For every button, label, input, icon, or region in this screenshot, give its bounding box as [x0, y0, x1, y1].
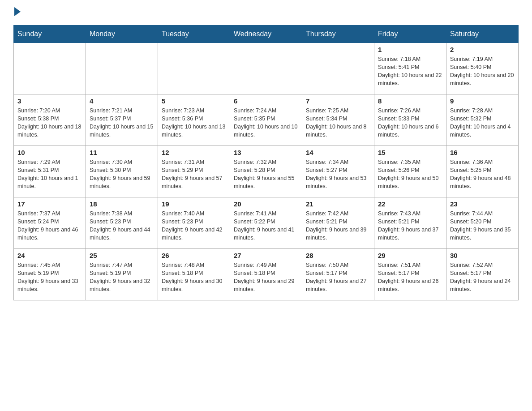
day-info: Sunrise: 7:37 AMSunset: 5:24 PMDaylight:…	[17, 210, 82, 242]
day-number: 3	[17, 97, 82, 105]
day-number: 13	[234, 149, 298, 156]
day-number: 15	[378, 149, 442, 156]
day-number: 27	[234, 252, 298, 259]
day-header-wednesday: Wednesday	[230, 26, 302, 43]
calendar-cell: 14Sunrise: 7:34 AMSunset: 5:27 PMDayligh…	[302, 146, 374, 197]
day-info: Sunrise: 7:34 AMSunset: 5:27 PMDaylight:…	[306, 158, 370, 191]
calendar-cell: 17Sunrise: 7:37 AMSunset: 5:24 PMDayligh…	[14, 197, 86, 249]
day-number: 1	[378, 46, 442, 53]
calendar-cell: 10Sunrise: 7:29 AMSunset: 5:31 PMDayligh…	[14, 146, 86, 197]
day-info: Sunrise: 7:51 AMSunset: 5:17 PMDaylight:…	[378, 261, 442, 294]
day-number: 25	[90, 252, 154, 259]
calendar-cell: 25Sunrise: 7:47 AMSunset: 5:19 PMDayligh…	[86, 249, 158, 300]
day-number: 12	[162, 149, 226, 156]
day-header-saturday: Saturday	[446, 26, 519, 43]
day-info: Sunrise: 7:31 AMSunset: 5:29 PMDaylight:…	[162, 158, 226, 191]
day-info: Sunrise: 7:35 AMSunset: 5:26 PMDaylight:…	[378, 158, 442, 191]
day-number: 26	[162, 252, 226, 259]
week-row-3: 10Sunrise: 7:29 AMSunset: 5:31 PMDayligh…	[14, 146, 519, 197]
calendar-cell: 28Sunrise: 7:50 AMSunset: 5:17 PMDayligh…	[302, 249, 374, 300]
day-number: 9	[450, 97, 515, 105]
calendar-header-row: SundayMondayTuesdayWednesdayThursdayFrid…	[14, 26, 519, 43]
calendar-cell: 3Sunrise: 7:20 AMSunset: 5:38 PMDaylight…	[14, 94, 86, 146]
day-header-thursday: Thursday	[302, 26, 374, 43]
day-info: Sunrise: 7:52 AMSunset: 5:17 PMDaylight:…	[450, 261, 515, 294]
day-number: 29	[378, 252, 442, 259]
day-info: Sunrise: 7:18 AMSunset: 5:41 PMDaylight:…	[378, 55, 442, 88]
day-info: Sunrise: 7:23 AMSunset: 5:36 PMDaylight:…	[162, 107, 226, 139]
day-header-friday: Friday	[374, 26, 446, 43]
day-number: 23	[450, 200, 515, 208]
day-number: 11	[90, 149, 154, 156]
day-number: 14	[306, 149, 370, 156]
day-info: Sunrise: 7:19 AMSunset: 5:40 PMDaylight:…	[450, 55, 515, 88]
calendar-cell: 2Sunrise: 7:19 AMSunset: 5:40 PMDaylight…	[446, 43, 519, 94]
calendar-cell: 20Sunrise: 7:41 AMSunset: 5:22 PMDayligh…	[230, 197, 302, 249]
day-header-sunday: Sunday	[14, 26, 86, 43]
day-info: Sunrise: 7:32 AMSunset: 5:28 PMDaylight:…	[234, 158, 298, 191]
day-number: 18	[90, 200, 154, 208]
week-row-2: 3Sunrise: 7:20 AMSunset: 5:38 PMDaylight…	[14, 94, 519, 146]
logo	[13, 9, 21, 16]
week-row-5: 24Sunrise: 7:45 AMSunset: 5:19 PMDayligh…	[14, 249, 519, 300]
page-header	[13, 9, 519, 16]
day-info: Sunrise: 7:40 AMSunset: 5:23 PMDaylight:…	[162, 210, 226, 242]
calendar-cell: 8Sunrise: 7:26 AMSunset: 5:33 PMDaylight…	[374, 94, 446, 146]
day-info: Sunrise: 7:49 AMSunset: 5:18 PMDaylight:…	[234, 261, 298, 294]
logo-arrow-icon	[14, 7, 21, 16]
calendar-cell	[14, 43, 86, 94]
day-info: Sunrise: 7:41 AMSunset: 5:22 PMDaylight:…	[234, 210, 298, 242]
week-row-1: 1Sunrise: 7:18 AMSunset: 5:41 PMDaylight…	[14, 43, 519, 94]
day-info: Sunrise: 7:38 AMSunset: 5:23 PMDaylight:…	[90, 210, 154, 242]
calendar-cell: 23Sunrise: 7:44 AMSunset: 5:20 PMDayligh…	[446, 197, 519, 249]
calendar-cell: 13Sunrise: 7:32 AMSunset: 5:28 PMDayligh…	[230, 146, 302, 197]
day-number: 24	[17, 252, 82, 259]
calendar-cell: 16Sunrise: 7:36 AMSunset: 5:25 PMDayligh…	[446, 146, 519, 197]
day-info: Sunrise: 7:29 AMSunset: 5:31 PMDaylight:…	[17, 158, 82, 191]
calendar-cell	[158, 43, 230, 94]
day-number: 8	[378, 97, 442, 105]
day-info: Sunrise: 7:26 AMSunset: 5:33 PMDaylight:…	[378, 107, 442, 139]
day-number: 10	[17, 149, 82, 156]
day-header-monday: Monday	[86, 26, 158, 43]
day-info: Sunrise: 7:30 AMSunset: 5:30 PMDaylight:…	[90, 158, 154, 191]
day-number: 6	[234, 97, 298, 105]
day-number: 30	[450, 252, 515, 259]
day-number: 28	[306, 252, 370, 259]
day-info: Sunrise: 7:36 AMSunset: 5:25 PMDaylight:…	[450, 158, 515, 191]
calendar-cell: 30Sunrise: 7:52 AMSunset: 5:17 PMDayligh…	[446, 249, 519, 300]
calendar-cell: 11Sunrise: 7:30 AMSunset: 5:30 PMDayligh…	[86, 146, 158, 197]
calendar-cell: 26Sunrise: 7:48 AMSunset: 5:18 PMDayligh…	[158, 249, 230, 300]
day-info: Sunrise: 7:21 AMSunset: 5:37 PMDaylight:…	[90, 107, 154, 139]
calendar-cell: 19Sunrise: 7:40 AMSunset: 5:23 PMDayligh…	[158, 197, 230, 249]
calendar-cell	[302, 43, 374, 94]
day-number: 21	[306, 200, 370, 208]
day-number: 5	[162, 97, 226, 105]
calendar-cell: 22Sunrise: 7:43 AMSunset: 5:21 PMDayligh…	[374, 197, 446, 249]
calendar-cell: 18Sunrise: 7:38 AMSunset: 5:23 PMDayligh…	[86, 197, 158, 249]
calendar-cell: 29Sunrise: 7:51 AMSunset: 5:17 PMDayligh…	[374, 249, 446, 300]
day-info: Sunrise: 7:42 AMSunset: 5:21 PMDaylight:…	[306, 210, 370, 242]
day-info: Sunrise: 7:20 AMSunset: 5:38 PMDaylight:…	[17, 107, 82, 139]
day-number: 2	[450, 46, 515, 53]
calendar-cell: 21Sunrise: 7:42 AMSunset: 5:21 PMDayligh…	[302, 197, 374, 249]
day-info: Sunrise: 7:43 AMSunset: 5:21 PMDaylight:…	[378, 210, 442, 242]
day-number: 7	[306, 97, 370, 105]
day-header-tuesday: Tuesday	[158, 26, 230, 43]
calendar-cell: 9Sunrise: 7:28 AMSunset: 5:32 PMDaylight…	[446, 94, 519, 146]
day-info: Sunrise: 7:48 AMSunset: 5:18 PMDaylight:…	[162, 261, 226, 294]
day-number: 20	[234, 200, 298, 208]
calendar-cell: 12Sunrise: 7:31 AMSunset: 5:29 PMDayligh…	[158, 146, 230, 197]
day-info: Sunrise: 7:47 AMSunset: 5:19 PMDaylight:…	[90, 261, 154, 294]
calendar-cell: 4Sunrise: 7:21 AMSunset: 5:37 PMDaylight…	[86, 94, 158, 146]
day-info: Sunrise: 7:25 AMSunset: 5:34 PMDaylight:…	[306, 107, 370, 139]
day-number: 19	[162, 200, 226, 208]
calendar-cell: 15Sunrise: 7:35 AMSunset: 5:26 PMDayligh…	[374, 146, 446, 197]
day-number: 17	[17, 200, 82, 208]
calendar-cell: 27Sunrise: 7:49 AMSunset: 5:18 PMDayligh…	[230, 249, 302, 300]
day-info: Sunrise: 7:45 AMSunset: 5:19 PMDaylight:…	[17, 261, 82, 294]
calendar-cell	[86, 43, 158, 94]
calendar-cell: 1Sunrise: 7:18 AMSunset: 5:41 PMDaylight…	[374, 43, 446, 94]
calendar-cell: 7Sunrise: 7:25 AMSunset: 5:34 PMDaylight…	[302, 94, 374, 146]
day-info: Sunrise: 7:24 AMSunset: 5:35 PMDaylight:…	[234, 107, 298, 139]
